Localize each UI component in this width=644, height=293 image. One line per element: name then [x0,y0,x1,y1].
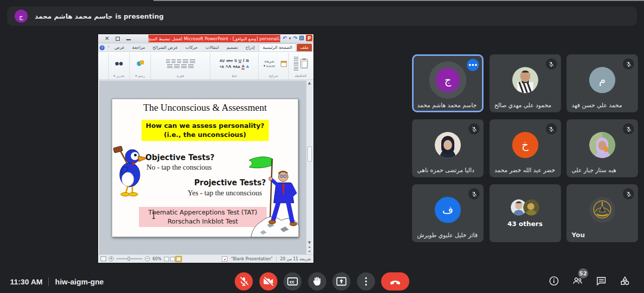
fit-to-window-icon[interactable] [101,256,106,261]
present-button[interactable] [333,272,351,290]
ppt-quick-access-toolbar: ▾ ↶ ▾ ↷ P [278,35,312,41]
save-icon[interactable] [299,36,304,40]
undo-dropdown-icon[interactable]: ▾ [289,36,291,41]
chat-button[interactable] [595,275,607,287]
shadow-icon[interactable]: S [234,58,237,63]
align-right-icon[interactable] [174,64,180,68]
participant-grid: ج جاسم محمد هاشم محمد [412,54,638,242]
window-maximize-icon[interactable] [116,37,120,41]
tab-design[interactable]: تصميم [223,44,242,51]
paste-icon[interactable] [300,59,308,68]
participant-tile-presenter[interactable]: ج جاسم محمد هاشم محمد [412,54,484,112]
underline-icon[interactable]: U [238,58,242,63]
participant-tile[interactable]: هبه ستار جبار علي [567,119,638,177]
participant-name: جاسم محمد هاشم محمد [417,102,479,109]
new-slide-button[interactable]: شريحة جديدة ▾ [260,53,287,74]
drawing-icon [137,60,144,67]
participant-tile[interactable]: داليا مرتضى حمزه ناهي [412,119,484,177]
grow-font-icon[interactable]: A˄ [225,64,231,69]
cut-icon[interactable] [294,57,298,61]
indent-more-icon[interactable] [172,59,176,63]
more-options-button[interactable] [357,272,375,290]
scroll-down-icon[interactable]: ▼ [308,241,310,245]
participant-tile-others[interactable]: 43 others [490,184,561,242]
tab-transitions[interactable]: انتقالات [202,44,222,51]
redo-icon[interactable]: ↷ [293,35,297,41]
powerpoint-app-icon[interactable]: P [306,35,312,41]
minimize-ribbon-icon[interactable]: ⌃ [107,46,110,50]
align-center-icon[interactable] [181,64,187,68]
ppt-vertical-scrollbar[interactable]: ▲ ▼ ⏶ ⏷ [306,81,312,254]
tile-more-options-button[interactable] [467,59,479,71]
shrink-font-icon[interactable]: A˅ [219,65,224,68]
participants-button[interactable]: 52 [572,275,584,287]
char-spacing-icon[interactable]: AV̲ [219,58,225,63]
zoom-in-button[interactable]: + [109,256,114,261]
tab-animations[interactable]: حركات [182,44,202,51]
spell-check-icon[interactable] [222,256,227,262]
call-controls [235,272,410,290]
reading-view-icon[interactable] [164,257,169,261]
zoom-out-button[interactable]: − [145,256,150,261]
qat-customize-icon[interactable]: ▾ [278,36,281,41]
window-close-icon[interactable]: ✕ [105,36,109,41]
participant-tile[interactable]: محمود علي مهدي صالح [490,54,561,112]
scroll-up-icon[interactable]: ▲ [308,81,310,85]
divider [48,277,49,286]
justify-icon[interactable] [167,64,173,68]
numbering-icon[interactable] [183,59,188,63]
highlight-color-icon[interactable]: A [242,64,245,69]
copy-icon[interactable] [294,62,298,66]
objective-tests-answer: No - tap the conscious [146,163,212,172]
tab-slideshow[interactable]: عرض الشرائح [149,44,181,51]
italic-icon[interactable]: I [243,58,245,63]
zoom-slider[interactable] [116,258,142,259]
tab-view[interactable]: عرض [111,44,128,51]
mic-mute-button[interactable] [235,272,253,290]
participant-tile-you[interactable]: You [567,184,638,242]
align-left-icon[interactable] [188,64,194,68]
font-color-icon[interactable]: A [246,64,249,69]
change-case-icon[interactable]: Aa▾ [233,64,240,69]
slide-title: The Unconscious & Assessment [112,102,298,113]
raise-hand-button[interactable] [308,272,326,290]
ribbon-group-drawing: رسم ▾ [129,53,150,80]
help-icon[interactable]: ? [100,45,105,50]
previous-slide-icon[interactable]: ⏶ [308,245,311,249]
bullets-icon[interactable] [190,59,195,63]
shared-powerpoint-window: ✕ personality [وضع التوافق] - Microsoft … [98,34,313,263]
normal-view-icon[interactable] [176,257,181,261]
tab-insert[interactable]: إدراج [242,44,258,51]
meeting-panels: 52 [548,275,631,287]
participant-tile[interactable]: م محمد علي حسن فهد [567,54,638,112]
strikethrough-icon[interactable]: abc [226,58,233,63]
slideshow-view-icon[interactable] [170,257,175,261]
bold-icon[interactable]: B [246,58,249,63]
line-spacing-icon[interactable] [166,59,170,63]
undo-icon[interactable]: ↶ [283,35,287,41]
next-slide-icon[interactable]: ⏷ [308,250,311,254]
scrollbar-thumb[interactable] [307,146,312,162]
camera-mute-button[interactable] [259,272,277,290]
participant-tile[interactable]: ف فائز خليل عليوي طويرش [412,184,484,242]
indent-less-icon[interactable] [177,59,181,63]
mic-muted-icon [623,188,634,199]
tab-review[interactable]: مراجعة [129,44,149,51]
meeting-info: 11:30 AM hiw-aigm-gne [10,277,104,286]
captions-button[interactable] [284,272,302,290]
meeting-details-button[interactable] [548,275,560,287]
slide-canvas[interactable]: The Unconscious & Assessment How can we … [112,99,298,237]
drawing-button[interactable] [131,53,149,74]
window-minimize-icon[interactable] [126,39,131,40]
presenter-avatar-letter: ج [19,13,23,20]
ppt-ribbon-tabs: ملف الصفحة الرئيسية إدراج تصميم انتقالات… [98,43,313,52]
tab-home[interactable]: الصفحة الرئيسية [259,43,296,51]
format-painter-icon[interactable] [294,67,298,71]
end-call-button[interactable] [381,272,410,290]
mic-muted-icon [468,188,479,199]
window-edge-artifact [153,0,644,1]
activities-button[interactable] [619,275,631,287]
editing-button[interactable] [110,53,128,74]
participant-tile[interactable]: خ خضر عبد الله خضر محمد [490,119,561,177]
tab-file[interactable]: ملف [297,44,312,51]
